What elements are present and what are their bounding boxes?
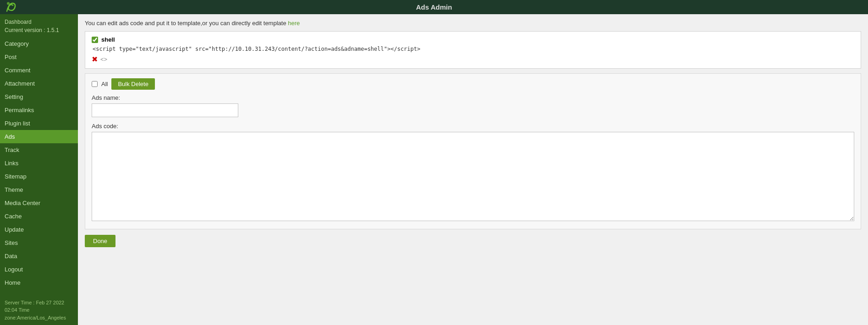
sidebar-item-post[interactable]: Post bbox=[0, 50, 78, 64]
server-time-line1: Server Time : Feb 27 2022 bbox=[5, 299, 73, 307]
server-time-line3: zone:America/Los_Angeles bbox=[5, 314, 73, 322]
logo bbox=[5, 0, 18, 15]
sidebar-item-permalinks[interactable]: Permalinks bbox=[0, 103, 78, 117]
ads-entry-name: shell bbox=[101, 36, 115, 43]
dashboard-label: Dashboard bbox=[5, 18, 73, 26]
all-row: All Bulk Delete bbox=[92, 78, 854, 90]
sidebar-item-home[interactable]: Home bbox=[0, 276, 78, 289]
sidebar-item-logout[interactable]: Logout bbox=[0, 263, 78, 276]
ads-entry-header: shell bbox=[92, 36, 854, 43]
ads-entry-box: shell <script type="text/javascript" src… bbox=[85, 31, 861, 69]
top-header: Ads Admin bbox=[0, 0, 868, 14]
sidebar-item-category[interactable]: Category bbox=[0, 37, 78, 50]
sidebar-item-plugin-list[interactable]: Plugin list bbox=[0, 117, 78, 130]
sidebar-footer: Server Time : Feb 27 2022 02:04 Time zon… bbox=[0, 295, 78, 325]
info-link[interactable]: here bbox=[288, 20, 300, 27]
sidebar-item-cache[interactable]: Cache bbox=[0, 210, 78, 223]
version-label: Current version : 1.5.1 bbox=[5, 26, 73, 34]
sidebar-item-ads[interactable]: Ads bbox=[0, 130, 78, 143]
ads-name-label: Ads name: bbox=[92, 94, 854, 101]
ads-name-input[interactable] bbox=[92, 103, 238, 117]
info-text: You can edit ads code and put it to temp… bbox=[85, 20, 288, 27]
sidebar-item-track[interactable]: Track bbox=[0, 143, 78, 157]
sidebar-item-data[interactable]: Data bbox=[0, 249, 78, 263]
done-button[interactable]: Done bbox=[85, 235, 115, 247]
sidebar-item-attachment[interactable]: Attachment bbox=[0, 77, 78, 90]
sidebar-item-links[interactable]: Links bbox=[0, 157, 78, 170]
svg-point-0 bbox=[7, 2, 10, 5]
sidebar-item-setting[interactable]: Setting bbox=[0, 90, 78, 103]
sidebar: Dashboard Current version : 1.5.1 Catego… bbox=[0, 14, 78, 325]
sidebar-item-update[interactable]: Update bbox=[0, 223, 78, 236]
sidebar-item-sites[interactable]: Sites bbox=[0, 236, 78, 249]
edit-icon[interactable]: <> bbox=[100, 56, 107, 63]
page-title: Ads Admin bbox=[416, 3, 452, 11]
server-time-line2: 02:04 Time bbox=[5, 306, 73, 314]
all-label: All bbox=[101, 81, 108, 87]
main-content: You can edit ads code and put it to temp… bbox=[78, 14, 868, 325]
ads-code-display: <script type="text/javascript" src="http… bbox=[93, 46, 854, 52]
dashboard-info: Dashboard Current version : 1.5.1 bbox=[0, 14, 78, 37]
ads-entry-checkbox[interactable] bbox=[92, 37, 98, 43]
delete-icon[interactable]: ✖ bbox=[92, 55, 98, 64]
sidebar-item-sitemap[interactable]: Sitemap bbox=[0, 170, 78, 183]
info-bar: You can edit ads code and put it to temp… bbox=[85, 20, 861, 27]
ads-code-textarea[interactable] bbox=[92, 132, 854, 221]
bulk-delete-button[interactable]: Bulk Delete bbox=[111, 78, 154, 90]
ads-actions: ✖ <> bbox=[92, 55, 854, 64]
sidebar-item-comment[interactable]: Comment bbox=[0, 64, 78, 77]
sidebar-item-media-center[interactable]: Media Center bbox=[0, 196, 78, 210]
ads-code-label: Ads code: bbox=[92, 123, 854, 130]
all-checkbox[interactable] bbox=[92, 81, 98, 87]
sidebar-item-theme[interactable]: Theme bbox=[0, 183, 78, 196]
form-section: All Bulk Delete Ads name: Ads code: bbox=[85, 73, 861, 229]
